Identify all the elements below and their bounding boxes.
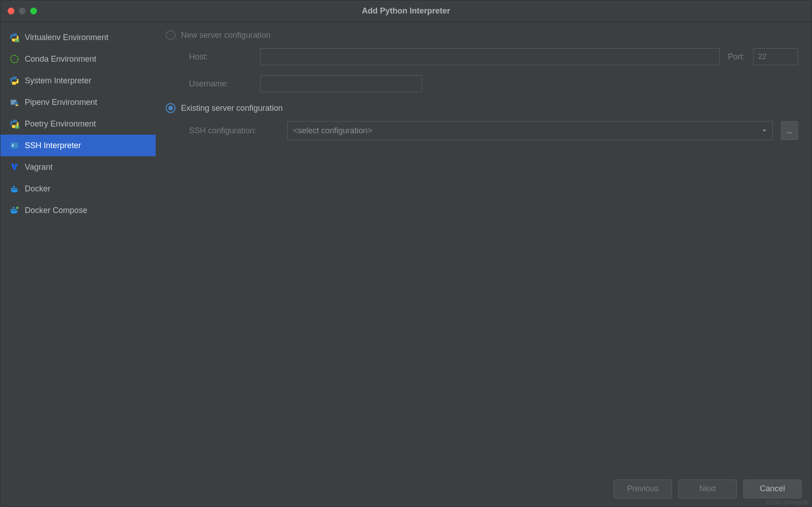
new-server-form: Host: Port: Username: — [166, 48, 798, 92]
host-input[interactable] — [260, 48, 720, 65]
cancel-button[interactable]: Cancel — [743, 480, 802, 498]
new-server-radio-label: New server configuration — [181, 31, 271, 40]
existing-server-form: SSH configuration: <select configuration… — [166, 121, 798, 140]
svg-text:V: V — [16, 39, 18, 42]
titlebar: Add Python Interpreter — [0, 0, 812, 22]
sidebar-item-docker[interactable]: Docker — [0, 178, 156, 199]
ssh-config-browse-button[interactable]: ... — [781, 121, 798, 140]
window-minimize-button[interactable] — [19, 8, 26, 14]
ssh-config-select-placeholder: <select configuration> — [293, 126, 372, 136]
sidebar-item-poetry[interactable]: V Poetry Environment — [0, 113, 156, 135]
chevron-down-icon — [762, 126, 767, 136]
username-input[interactable] — [260, 75, 422, 92]
sidebar-item-label: Docker — [25, 184, 50, 194]
svg-rect-9 — [15, 188, 17, 190]
watermark: CSDN @Vengold — [766, 499, 808, 506]
svg-rect-7 — [13, 188, 15, 190]
host-label: Host: — [189, 52, 252, 62]
port-label: Port: — [728, 52, 745, 62]
sidebar-item-system[interactable]: System Interpreter — [0, 70, 156, 91]
conda-icon — [9, 54, 19, 64]
svg-point-14 — [16, 207, 18, 209]
svg-text:V: V — [16, 125, 18, 128]
sidebar-item-vagrant[interactable]: Vagrant — [0, 156, 156, 178]
ssh-config-label: SSH configuration: — [189, 126, 279, 136]
docker-compose-icon — [9, 205, 19, 215]
ssh-config-select[interactable]: <select configuration> — [287, 121, 773, 140]
sidebar-item-label: Docker Compose — [25, 206, 87, 215]
sidebar-item-label: Pipenv Environment — [25, 98, 97, 107]
ssh-icon — [9, 140, 19, 150]
pipenv-icon — [9, 97, 19, 107]
svg-rect-8 — [13, 186, 15, 188]
dialog-body: V Virtualenv Environment Conda Environme… — [0, 22, 812, 475]
port-input[interactable] — [753, 48, 798, 65]
python-icon — [9, 76, 19, 86]
existing-server-radio-label: Existing server configuration — [181, 104, 283, 113]
sidebar-item-label: System Interpreter — [25, 76, 91, 86]
sidebar-item-label: SSH Interpreter — [25, 141, 81, 150]
next-button[interactable]: Next — [678, 480, 737, 498]
svg-rect-10 — [11, 209, 13, 211]
previous-button[interactable]: Previous — [614, 480, 672, 498]
sidebar-item-label: Poetry Environment — [25, 119, 96, 129]
sidebar-item-virtualenv[interactable]: V Virtualenv Environment — [0, 27, 156, 48]
interpreter-type-sidebar: V Virtualenv Environment Conda Environme… — [0, 22, 156, 475]
svg-rect-13 — [15, 209, 17, 211]
window-title: Add Python Interpreter — [0, 6, 812, 16]
content-panel: New server configuration Host: Port: Use… — [156, 22, 812, 475]
sidebar-item-ssh[interactable]: SSH Interpreter — [0, 135, 156, 156]
existing-server-radio[interactable] — [166, 103, 176, 113]
ssh-config-row: SSH configuration: <select configuration… — [189, 121, 798, 140]
sidebar-item-label: Virtualenv Environment — [25, 33, 108, 42]
sidebar-item-conda[interactable]: Conda Environment — [0, 48, 156, 70]
window-maximize-button[interactable] — [30, 8, 37, 14]
docker-icon — [9, 184, 19, 194]
username-label: Username: — [189, 79, 252, 89]
window-close-button[interactable] — [8, 8, 14, 14]
sidebar-item-docker-compose[interactable]: Docker Compose — [0, 199, 156, 221]
host-row: Host: Port: — [189, 48, 798, 65]
dialog-footer: Previous Next Cancel — [0, 475, 812, 507]
username-row: Username: — [189, 75, 798, 92]
svg-rect-6 — [11, 188, 13, 190]
sidebar-item-label: Vagrant — [25, 163, 53, 172]
svg-rect-11 — [13, 209, 14, 211]
svg-rect-12 — [13, 207, 14, 209]
existing-server-radio-row[interactable]: Existing server configuration — [166, 103, 798, 113]
new-server-radio[interactable] — [166, 30, 176, 40]
svg-rect-5 — [11, 143, 18, 149]
new-server-radio-row[interactable]: New server configuration — [166, 30, 798, 40]
ellipsis-icon: ... — [786, 126, 793, 136]
window-controls — [8, 8, 37, 14]
sidebar-item-pipenv[interactable]: Pipenv Environment — [0, 91, 156, 113]
vagrant-icon — [9, 162, 19, 172]
dialog-window: Add Python Interpreter V Virtualenv Envi… — [0, 0, 812, 507]
python-venv-icon: V — [9, 32, 19, 42]
poetry-icon: V — [9, 119, 19, 129]
svg-point-2 — [11, 55, 18, 63]
sidebar-item-label: Conda Environment — [25, 54, 96, 64]
